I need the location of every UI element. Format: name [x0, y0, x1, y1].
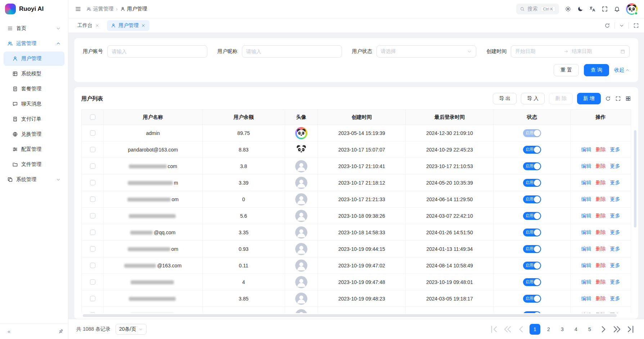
refresh-tab-icon[interactable] — [604, 23, 610, 28]
user-nickname-input[interactable] — [242, 45, 342, 58]
refresh-table-icon[interactable] — [605, 96, 611, 101]
delete-button[interactable]: 删 除 — [549, 93, 573, 104]
select-all-checkbox[interactable] — [90, 114, 95, 120]
action-edit[interactable]: 编辑 — [581, 196, 591, 202]
export-button[interactable]: 导 出 — [493, 93, 517, 104]
action-more[interactable]: 更多 — [610, 279, 620, 285]
sidebar-item-system[interactable]: 系统管理 — [4, 172, 64, 187]
notifications-bell-icon[interactable] — [614, 6, 620, 12]
action-delete[interactable]: 删除 — [596, 262, 606, 268]
status-toggle[interactable]: 启用 — [523, 195, 541, 203]
action-more[interactable]: 更多 — [610, 229, 620, 235]
status-toggle[interactable]: 启用 — [523, 162, 541, 170]
language-translate-icon[interactable] — [589, 6, 596, 12]
fullscreen-icon[interactable] — [602, 6, 608, 12]
row-checkbox[interactable] — [90, 130, 95, 136]
row-checkbox[interactable] — [90, 230, 95, 235]
action-more[interactable]: 更多 — [610, 196, 620, 202]
row-checkbox[interactable] — [90, 147, 95, 152]
sidebar-item-operations[interactable]: 运营管理 — [4, 36, 64, 51]
action-more[interactable]: 更多 — [610, 312, 620, 313]
action-delete[interactable]: 删除 — [596, 180, 606, 185]
page-button-1[interactable]: 1 — [530, 324, 540, 335]
action-edit[interactable]: 编辑 — [581, 229, 591, 235]
collapse-filter-link[interactable]: 收起 — [614, 67, 630, 73]
jump-back-button[interactable] — [502, 324, 513, 335]
sidebar-item-home[interactable]: 首页 — [4, 21, 64, 36]
horizontal-scrollbar[interactable] — [83, 314, 617, 317]
action-delete[interactable]: 删除 — [596, 295, 606, 301]
row-checkbox[interactable] — [90, 279, 95, 285]
action-delete[interactable]: 删除 — [596, 213, 606, 218]
query-button[interactable]: 查 询 — [584, 64, 609, 76]
row-checkbox[interactable] — [90, 296, 95, 301]
action-delete[interactable]: 删除 — [596, 196, 606, 202]
next-page-button[interactable] — [598, 324, 609, 335]
row-checkbox[interactable] — [90, 163, 95, 169]
pin-icon[interactable] — [57, 327, 65, 335]
import-button[interactable]: 导 入 — [521, 93, 545, 104]
chevron-down-icon[interactable] — [619, 23, 624, 28]
row-checkbox[interactable] — [90, 196, 95, 202]
page-button-3[interactable]: 3 — [557, 324, 568, 335]
page-button-5[interactable]: 5 — [584, 324, 595, 335]
status-toggle[interactable]: 启用 — [523, 262, 541, 270]
action-delete[interactable]: 删除 — [596, 279, 606, 285]
settings-gear-icon[interactable] — [565, 6, 571, 12]
sidebar-item-chat-messages[interactable]: 聊天消息 — [4, 97, 64, 111]
user-avatar[interactable] — [626, 3, 638, 15]
sidebar-item-users[interactable]: 用户管理 — [4, 51, 64, 66]
action-more[interactable]: 更多 — [610, 213, 620, 218]
last-page-button[interactable] — [625, 324, 636, 335]
action-edit[interactable]: 编辑 — [581, 312, 591, 313]
column-settings-icon[interactable] — [625, 96, 631, 101]
action-more[interactable]: 更多 — [610, 295, 620, 301]
sidebar-collapse-button[interactable]: « — [4, 327, 14, 336]
vertical-scrollbar[interactable] — [634, 130, 636, 227]
sidebar-item-exchange[interactable]: 兑换管理 — [4, 127, 64, 141]
action-delete[interactable]: 删除 — [596, 229, 606, 235]
status-toggle[interactable]: 启用 — [523, 278, 541, 286]
action-delete[interactable]: 删除 — [596, 163, 606, 169]
user-status-select[interactable]: 请选择 — [377, 45, 477, 58]
user-account-input[interactable] — [107, 45, 207, 58]
action-more[interactable]: 更多 — [610, 180, 620, 185]
action-delete[interactable]: 删除 — [596, 146, 606, 152]
action-more[interactable]: 更多 — [610, 246, 620, 252]
action-edit[interactable]: 编辑 — [581, 279, 591, 285]
action-edit[interactable]: 编辑 — [581, 180, 591, 185]
breadcrumb-item-users[interactable]: 用户管理 — [120, 6, 147, 12]
page-button-2[interactable]: 2 — [543, 324, 554, 335]
row-checkbox[interactable] — [90, 213, 95, 218]
jump-forward-button[interactable] — [612, 324, 622, 335]
sidebar-item-files[interactable]: 文件管理 — [4, 157, 64, 172]
row-checkbox[interactable] — [90, 180, 95, 185]
row-checkbox[interactable] — [90, 263, 95, 268]
breadcrumb-item-operations[interactable]: 运营管理 — [86, 6, 113, 12]
sidebar-item-payment-orders[interactable]: 支付订单 — [4, 112, 64, 126]
action-edit[interactable]: 编辑 — [581, 163, 591, 169]
close-icon[interactable] — [141, 23, 145, 28]
prev-page-button[interactable] — [516, 324, 527, 335]
row-checkbox[interactable] — [90, 246, 95, 252]
action-more[interactable]: 更多 — [610, 262, 620, 268]
table-fullscreen-icon[interactable] — [615, 96, 621, 101]
menu-toggle-icon[interactable] — [75, 6, 81, 12]
action-edit[interactable]: 编辑 — [581, 262, 591, 268]
created-time-range-picker[interactable]: 开始日期 结束日期 — [511, 45, 630, 58]
first-page-button[interactable] — [488, 324, 499, 335]
action-delete[interactable]: 删除 — [596, 312, 606, 313]
action-edit[interactable]: 编辑 — [581, 213, 591, 218]
sidebar-item-packages[interactable]: 套餐管理 — [4, 82, 64, 96]
add-button[interactable]: 新 增 — [577, 93, 601, 104]
action-edit[interactable]: 编辑 — [581, 146, 591, 152]
tab-workbench[interactable]: 工作台 — [73, 20, 103, 31]
action-more[interactable]: 更多 — [610, 146, 620, 152]
dark-mode-moon-icon[interactable] — [577, 6, 584, 12]
expand-content-icon[interactable] — [633, 23, 639, 28]
sidebar-item-config[interactable]: 配置管理 — [4, 142, 64, 157]
tab-users[interactable]: 用户管理 — [107, 20, 149, 31]
status-toggle[interactable]: 启用 — [523, 129, 541, 137]
page-size-select[interactable]: 20条/页 — [116, 324, 147, 335]
status-toggle[interactable]: 启用 — [523, 229, 541, 236]
